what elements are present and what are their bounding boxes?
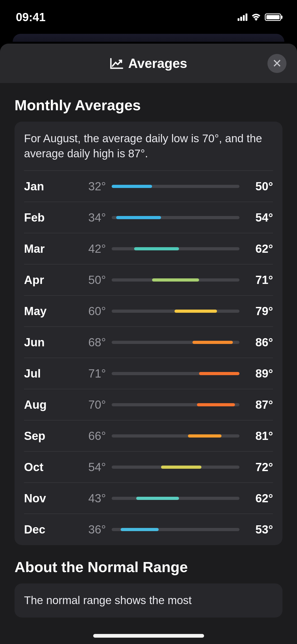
temp-range-fill xyxy=(175,310,217,313)
month-label: Aug xyxy=(24,398,74,411)
month-low-temp: 50° xyxy=(74,273,106,287)
about-normal-range-body: The normal range shows the most xyxy=(24,593,273,608)
month-low-temp: 68° xyxy=(74,336,106,349)
temp-range-fill xyxy=(112,185,152,188)
temp-range-track xyxy=(112,247,239,250)
temp-range-track xyxy=(112,497,239,500)
month-row[interactable]: Jul71°89° xyxy=(24,358,273,389)
month-label: Feb xyxy=(24,211,74,224)
temp-range-fill xyxy=(152,278,199,282)
temp-range-track xyxy=(112,528,239,531)
month-low-temp: 70° xyxy=(74,398,106,411)
month-row[interactable]: Jun68°86° xyxy=(24,327,273,358)
month-row[interactable]: May60°79° xyxy=(24,296,273,327)
temp-range-track xyxy=(112,372,239,375)
month-row[interactable]: Dec36°53° xyxy=(24,514,273,545)
month-high-temp: 86° xyxy=(245,336,273,349)
temp-range-track xyxy=(112,278,239,282)
month-low-temp: 36° xyxy=(74,523,106,536)
background-card-peek xyxy=(13,34,284,42)
month-row[interactable]: Nov43°62° xyxy=(24,483,273,514)
monthly-summary-text: For August, the average daily low is 70°… xyxy=(24,131,273,171)
month-high-temp: 81° xyxy=(245,429,273,443)
month-high-temp: 54° xyxy=(245,211,273,224)
temp-range-track xyxy=(112,185,239,188)
page-title: Averages xyxy=(128,56,187,71)
month-low-temp: 42° xyxy=(74,242,106,255)
temp-range-fill xyxy=(199,372,239,375)
temp-range-fill xyxy=(188,434,221,438)
month-row[interactable]: Apr50°71° xyxy=(24,264,273,296)
month-label: May xyxy=(24,305,74,318)
month-label: Jan xyxy=(24,180,74,193)
month-high-temp: 79° xyxy=(245,305,273,318)
close-button[interactable]: ✕ xyxy=(267,54,286,73)
temp-range-track xyxy=(112,466,239,469)
status-icons xyxy=(238,13,281,21)
month-label: Nov xyxy=(24,492,74,505)
month-low-temp: 71° xyxy=(74,367,106,380)
month-high-temp: 89° xyxy=(245,367,273,380)
month-label: Jun xyxy=(24,336,74,349)
month-high-temp: 50° xyxy=(245,180,273,193)
month-high-temp: 53° xyxy=(245,523,273,536)
temp-range-track xyxy=(112,341,239,344)
month-label: Dec xyxy=(24,523,74,536)
averages-sheet: Averages ✕ Monthly Averages For August, … xyxy=(0,44,297,644)
month-row[interactable]: Mar42°62° xyxy=(24,233,273,264)
temp-range-fill xyxy=(134,247,179,250)
month-row[interactable]: Feb34°54° xyxy=(24,202,273,233)
cellular-icon xyxy=(238,13,247,21)
about-normal-range-card: The normal range shows the most xyxy=(15,583,282,618)
month-row[interactable]: Jan32°50° xyxy=(24,171,273,202)
about-normal-range-title: About the Normal Range xyxy=(0,545,297,583)
monthly-averages-title: Monthly Averages xyxy=(0,83,297,122)
header-title-group: Averages xyxy=(110,56,187,71)
battery-icon xyxy=(265,13,281,21)
month-low-temp: 66° xyxy=(74,429,106,443)
month-row[interactable]: Sep66°81° xyxy=(24,420,273,452)
temp-range-fill xyxy=(116,216,161,219)
month-low-temp: 54° xyxy=(74,461,106,474)
month-high-temp: 62° xyxy=(245,242,273,255)
month-high-temp: 62° xyxy=(245,492,273,505)
temp-range-fill xyxy=(136,497,179,500)
month-row[interactable]: Oct54°72° xyxy=(24,452,273,483)
status-bar: 09:41 xyxy=(0,0,297,32)
status-time: 09:41 xyxy=(16,11,46,24)
month-row[interactable]: Aug70°87° xyxy=(24,389,273,420)
month-low-temp: 60° xyxy=(74,305,106,318)
temp-range-track xyxy=(112,403,239,406)
sheet-header: Averages ✕ xyxy=(0,44,297,83)
month-low-temp: 34° xyxy=(74,211,106,224)
month-label: Jul xyxy=(24,367,74,380)
temp-range-fill xyxy=(121,528,159,531)
month-low-temp: 43° xyxy=(74,492,106,505)
month-low-temp: 32° xyxy=(74,180,106,193)
month-high-temp: 72° xyxy=(245,461,273,474)
month-high-temp: 71° xyxy=(245,273,273,287)
close-icon: ✕ xyxy=(272,57,282,70)
monthly-averages-card: For August, the average daily low is 70°… xyxy=(15,122,282,545)
temp-range-track xyxy=(112,216,239,219)
chart-line-icon xyxy=(110,58,124,69)
temp-range-track xyxy=(112,310,239,313)
temp-range-fill xyxy=(197,403,235,406)
home-indicator[interactable] xyxy=(93,634,204,638)
month-label: Oct xyxy=(24,461,74,474)
temp-range-fill xyxy=(192,341,233,344)
month-label: Sep xyxy=(24,429,74,443)
month-label: Apr xyxy=(24,273,74,287)
temp-range-fill xyxy=(161,466,201,469)
wifi-icon xyxy=(251,13,261,21)
month-label: Mar xyxy=(24,242,74,255)
month-high-temp: 87° xyxy=(245,398,273,411)
temp-range-track xyxy=(112,434,239,438)
